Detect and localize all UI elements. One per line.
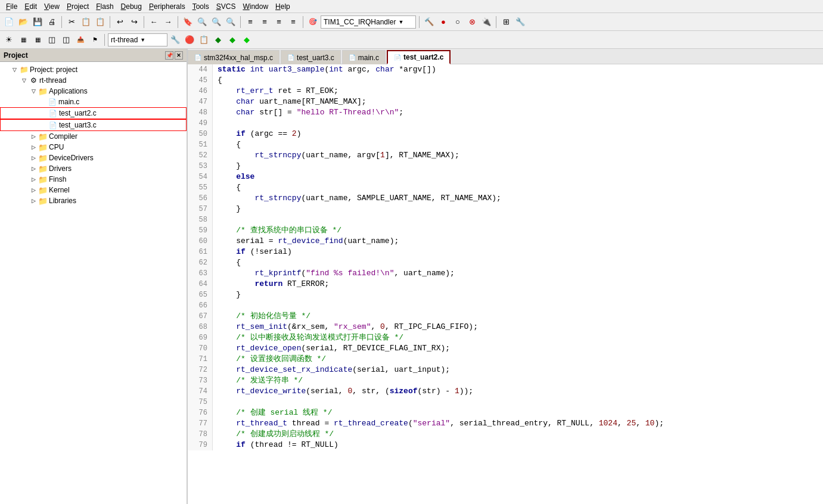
- tree-item-test-uart3[interactable]: 📄 test_uart3.c: [0, 119, 187, 131]
- tree-item-applications[interactable]: ▽ 📁 Applications: [0, 86, 187, 97]
- tree-label-test-uart3: test_uart3.c: [59, 121, 97, 129]
- code-line-75: 75: [188, 397, 823, 407]
- line-content-75: [213, 397, 823, 407]
- toolbar2-btn10[interactable]: 📋: [197, 33, 210, 46]
- file-icon-main: 📄: [48, 97, 57, 107]
- toggle-compiler[interactable]: ▷: [29, 132, 38, 141]
- toggle-drivers[interactable]: ▷: [29, 164, 38, 173]
- line-content-79: if (thread != RT_NULL): [213, 440, 823, 450]
- toolbar2-btn9[interactable]: 🔴: [183, 33, 196, 46]
- toggle-rt-thread[interactable]: ▽: [19, 76, 29, 85]
- tree-item-cpu[interactable]: ▷ 📁 CPU: [0, 142, 187, 153]
- bookmark-btn[interactable]: 🔖: [181, 15, 194, 29]
- run-btn[interactable]: ○: [451, 15, 464, 29]
- tab-test-uart3[interactable]: 📄 test_uart3.c: [281, 50, 341, 64]
- menu-tools[interactable]: Tools: [189, 1, 213, 12]
- indent4-btn[interactable]: ≡: [287, 15, 300, 29]
- menu-debug[interactable]: Debug: [117, 1, 145, 12]
- toolbar2-btn4[interactable]: ◫: [45, 33, 58, 46]
- grid-btn[interactable]: ⊞: [499, 15, 513, 29]
- line-num-45: 45: [188, 75, 213, 86]
- find2-btn[interactable]: 🔍: [210, 15, 223, 29]
- toggle-libraries[interactable]: ▷: [29, 196, 38, 206]
- toolbar2-btn3[interactable]: ▦: [31, 33, 44, 46]
- toggle-finsh[interactable]: ▷: [29, 175, 38, 184]
- sidebar-pin-btn[interactable]: 📌: [165, 51, 173, 60]
- toolbar2-btn11[interactable]: ◆: [212, 33, 225, 46]
- save-all-btn[interactable]: 🖨: [45, 15, 58, 29]
- tab-stm32f4xx[interactable]: 📄 stm32f4xx_hal_msp.c: [188, 50, 279, 64]
- tree-item-rt-thread[interactable]: ▽ ⚙ rt-thread: [0, 75, 187, 86]
- menu-window[interactable]: Window: [239, 1, 272, 12]
- toggle-project[interactable]: ▽: [10, 65, 19, 74]
- indent2-btn[interactable]: ≡: [258, 15, 271, 29]
- stop-btn[interactable]: ⊗: [465, 15, 479, 29]
- indent-btn[interactable]: ≡: [244, 15, 257, 29]
- undo-btn[interactable]: ↩: [113, 15, 126, 29]
- toolbar2-btn5[interactable]: ◫: [60, 33, 73, 46]
- target-dropdown[interactable]: rt-thread ▼: [108, 33, 167, 46]
- sep7: [419, 16, 420, 28]
- menu-view[interactable]: View: [41, 1, 63, 12]
- menu-file[interactable]: File: [2, 1, 21, 12]
- toolbar2-btn13[interactable]: ◆: [240, 33, 253, 46]
- new-btn[interactable]: 📄: [2, 15, 15, 29]
- redo-btn[interactable]: ↪: [128, 15, 141, 29]
- toggle-kernel[interactable]: ▷: [29, 185, 38, 195]
- toolbar2-btn8[interactable]: 🔧: [169, 33, 182, 46]
- tab-test-uart2[interactable]: 📄 test_uart2.c: [387, 50, 451, 64]
- menu-svcs[interactable]: SVCS: [213, 1, 240, 12]
- build-btn[interactable]: 🔨: [423, 15, 436, 29]
- tree-item-devicedrivers[interactable]: ▷ 📁 DeviceDrivers: [0, 153, 187, 163]
- toggle-devicedrivers[interactable]: ▷: [29, 153, 38, 163]
- tree-item-finsh[interactable]: ▷ 📁 Finsh: [0, 174, 187, 185]
- tree-item-test-uart2[interactable]: 📄 test_uart2.c: [0, 107, 187, 119]
- line-num-57: 57: [188, 204, 213, 214]
- function-dropdown[interactable]: TIM1_CC_IRQHandler ▼: [321, 15, 416, 29]
- tree-item-compiler[interactable]: ▷ 📁 Compiler: [0, 131, 187, 142]
- toolbar2-btn7[interactable]: ⚑: [88, 33, 101, 46]
- target-btn[interactable]: 🎯: [306, 15, 319, 29]
- toolbar2-btn12[interactable]: ◆: [226, 33, 239, 46]
- indent3-btn[interactable]: ≡: [272, 15, 285, 29]
- cut-btn[interactable]: ✂: [65, 15, 78, 29]
- toggle-test-uart2: [39, 108, 48, 118]
- menu-edit[interactable]: Edit: [21, 1, 41, 12]
- find3-btn[interactable]: 🔍: [224, 15, 237, 29]
- tree-item-kernel[interactable]: ▷ 📁 Kernel: [0, 185, 187, 195]
- toolbar2-btn2[interactable]: ▦: [17, 33, 30, 46]
- menu-peripherals[interactable]: Peripherals: [145, 1, 189, 12]
- tree-item-project[interactable]: ▽ 📁 Project: project: [0, 64, 187, 75]
- line-content-77: rt_thread_t thread = rt_thread_create("s…: [213, 418, 823, 429]
- tree-item-libraries[interactable]: ▷ 📁 Libraries: [0, 195, 187, 206]
- line-num-44: 44: [188, 64, 213, 75]
- copy-btn[interactable]: 📋: [79, 15, 92, 29]
- code-line-73: 73 /* 发送字符串 */: [188, 375, 823, 386]
- menu-project[interactable]: Project: [63, 1, 92, 12]
- tree-label-libraries: Libraries: [49, 197, 76, 205]
- settings-btn[interactable]: 🔧: [514, 15, 527, 29]
- line-content-50: if (argc == 2): [213, 129, 823, 139]
- tree-item-main-c[interactable]: 📄 main.c: [0, 97, 187, 107]
- tree-item-drivers[interactable]: ▷ 📁 Drivers: [0, 163, 187, 174]
- save-btn[interactable]: 💾: [31, 15, 44, 29]
- toggle-cpu[interactable]: ▷: [29, 142, 38, 152]
- back-btn[interactable]: ←: [147, 15, 160, 29]
- menu-help[interactable]: Help: [272, 1, 294, 12]
- code-line-71: 71 /* 设置接收回调函数 */: [188, 354, 823, 365]
- menu-flash[interactable]: Flash: [92, 1, 117, 12]
- find-btn[interactable]: 🔍: [195, 15, 209, 29]
- toolbar2-btn6[interactable]: 📥: [74, 33, 87, 46]
- sep8: [496, 16, 496, 28]
- sidebar-close-btn[interactable]: ✕: [175, 51, 183, 60]
- forward-btn[interactable]: →: [162, 15, 175, 29]
- line-num-74: 74: [188, 386, 213, 397]
- code-editor[interactable]: 44 static int uart3_sample(int argc, cha…: [188, 64, 823, 504]
- toolbar2-btn1[interactable]: ☀: [2, 33, 15, 46]
- tab-main[interactable]: 📄 main.c: [342, 50, 386, 64]
- debug-btn[interactable]: ●: [437, 15, 450, 29]
- toggle-applications[interactable]: ▽: [29, 86, 38, 96]
- flash-btn[interactable]: 🔌: [480, 15, 493, 29]
- paste-btn[interactable]: 📋: [94, 15, 107, 29]
- open-btn[interactable]: 📂: [17, 15, 30, 29]
